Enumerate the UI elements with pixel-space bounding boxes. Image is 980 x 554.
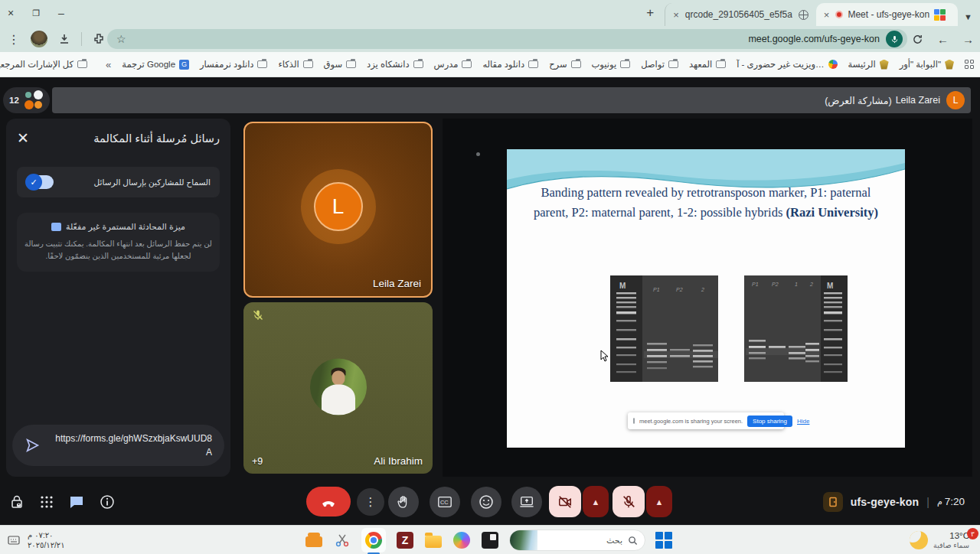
video-tile-ali[interactable]: +9 Ali Ibrahim [243, 302, 433, 474]
meeting-info-icon[interactable] [100, 494, 115, 510]
back-icon[interactable]: ← [937, 33, 949, 46]
bookmark-label: الرئيسة [848, 59, 876, 70]
camera-off-button[interactable] [549, 486, 581, 517]
extensions-icon[interactable] [93, 33, 105, 45]
search-icon [628, 536, 638, 546]
reload-icon[interactable] [912, 34, 923, 45]
more-participants-badge: +9 [252, 456, 263, 467]
address-bar[interactable]: ☆ meet.google.com/ufs-geye-kon [107, 29, 907, 49]
folder-icon [303, 60, 313, 68]
weather-widget[interactable]: 13°C سماء صافية [910, 526, 969, 554]
reactions-button[interactable] [471, 487, 501, 517]
notification-count-badge[interactable]: ٣ [967, 528, 978, 539]
bookmark-item[interactable]: يونيوب [592, 59, 631, 70]
copilot-icon[interactable] [452, 531, 471, 549]
chat-panel-icon[interactable] [69, 494, 84, 510]
bookmark-item[interactable]: ويزيت غير حضوری - آ… [737, 59, 837, 70]
pinned-app-orange-icon[interactable] [305, 531, 323, 549]
bookmark-item[interactable]: الرئيسة [848, 59, 889, 70]
allow-messages-toggle[interactable]: ✓ [26, 175, 54, 189]
taskbar-search[interactable]: بحث [509, 530, 645, 551]
mic-options-chevron[interactable]: ▲ [646, 486, 672, 517]
svg-text:M: M [827, 282, 833, 290]
participant-count: 12 [9, 96, 19, 105]
file-explorer-icon[interactable] [424, 531, 443, 549]
tab-close-icon[interactable]: × [824, 9, 830, 21]
activities-grid-icon[interactable] [40, 495, 54, 509]
emblem-icon [880, 60, 889, 70]
bookmark-item[interactable]: تواصل [641, 59, 678, 70]
bookmark-star-icon[interactable]: ☆ [116, 33, 126, 45]
all-bookmarks-button[interactable]: كل الإشارات المرجعية [0, 59, 87, 70]
forward-icon[interactable]: → [962, 33, 974, 46]
tab-qrcode[interactable]: × qrcode_291056405_e5f5a8bcb [665, 3, 816, 26]
message-input[interactable]: https://forms.gle/ghWSzxbjaKswUUD8 A [12, 425, 224, 466]
folder-icon [668, 60, 678, 68]
bookmark-item[interactable]: Gترجمة Google [122, 59, 189, 70]
touch-keyboard-icon[interactable] [8, 535, 20, 546]
captions-button[interactable]: CC [430, 487, 460, 517]
bookmark-item[interactable]: سرح [549, 59, 580, 70]
more-options-button[interactable]: ⋮ [357, 488, 384, 516]
camera-options-chevron[interactable]: ▲ [583, 486, 609, 517]
video-tile-leila[interactable]: L Leila Zarei [243, 122, 433, 298]
window-maximize-icon[interactable]: ❐ [32, 8, 40, 18]
host-controls-icon[interactable] [9, 494, 24, 510]
chat-feature-icon [51, 223, 61, 231]
presenter-avatar: L [946, 91, 965, 109]
message-draft-text: https://forms.gle/ghWSzxbjaKswUUD8 A [41, 432, 212, 459]
mic-off-button[interactable] [612, 486, 645, 517]
stop-sharing-button[interactable]: Stop sharing [747, 416, 792, 427]
presenter-status: (مشاركة العرض) [825, 95, 891, 106]
tab-title: Meet - ufs-geye-kon [848, 9, 929, 20]
downloads-icon[interactable] [58, 33, 70, 45]
start-button[interactable] [655, 532, 672, 549]
send-icon[interactable] [24, 437, 41, 454]
site-favicon-icon [828, 60, 838, 69]
pinned-app-dark-icon[interactable] [481, 531, 499, 549]
bookmark-item[interactable]: دانلود نرمفسار [200, 59, 267, 70]
hide-share-bar-link[interactable]: Hide [797, 418, 809, 425]
bookmarks-overflow-icon[interactable]: « [106, 59, 111, 70]
participants-pill[interactable]: 12 [3, 87, 50, 113]
gel-image-right: M P1 P2 1 2 [744, 275, 848, 382]
bookmark-item[interactable]: دانشكاه يزد [367, 59, 423, 70]
bookmark-item[interactable]: البوابة "أور" [900, 59, 954, 70]
tab-list-chevron-icon[interactable]: ▼ [964, 12, 972, 21]
mouse-cursor [600, 350, 609, 362]
new-tab-button[interactable]: + [640, 3, 660, 23]
bookmark-item[interactable]: الذكاء [278, 59, 312, 70]
snipping-tool-icon[interactable] [333, 531, 351, 549]
bookmark-item[interactable]: المعهد [689, 59, 726, 70]
leave-room-icon[interactable] [823, 492, 843, 512]
folder-icon [413, 60, 423, 68]
raise-hand-button[interactable] [388, 487, 419, 517]
slide-title: Banding pattern revealed by retrotranspo… [525, 183, 887, 223]
meeting-code: ufs-geye-kon [851, 496, 920, 508]
mic-control: ▲ [612, 486, 672, 517]
tab-media-indicator-icon [835, 11, 843, 18]
tab-close-icon[interactable]: × [673, 9, 679, 21]
voice-search-icon[interactable] [886, 31, 903, 47]
end-call-button[interactable] [306, 487, 351, 517]
browser-menu-icon[interactable]: ⋮ [8, 32, 20, 47]
bookmark-label: سوق [324, 59, 343, 70]
chrome-taskbar-icon[interactable] [361, 528, 386, 552]
zotero-app-icon[interactable]: Z [396, 531, 414, 549]
close-panel-icon[interactable]: ✕ [17, 129, 35, 147]
bookmark-item[interactable]: دانلود مقاله [482, 59, 538, 70]
svg-text:2: 2 [809, 282, 813, 287]
participant-avatars-cluster [24, 90, 44, 110]
apps-grid-icon[interactable] [965, 60, 974, 70]
folder-icon [528, 60, 538, 68]
bookmark-item[interactable]: مدرس [434, 59, 472, 70]
bookmark-item[interactable]: سوق [324, 59, 357, 70]
bookmark-label: البوابة "أور" [900, 59, 941, 70]
window-close-icon[interactable]: × [8, 7, 14, 19]
window-minimize-icon[interactable]: – [58, 7, 64, 19]
tab-meet[interactable]: × Meet - ufs-geye-kon [816, 3, 958, 26]
speaking-halo: L [301, 169, 376, 244]
profile-avatar[interactable] [31, 31, 47, 47]
taskbar-clock[interactable]: م٠٧:٢٠ ٢٠٢٥/١٢/٢١ [28, 530, 65, 551]
present-screen-button[interactable] [511, 487, 542, 517]
